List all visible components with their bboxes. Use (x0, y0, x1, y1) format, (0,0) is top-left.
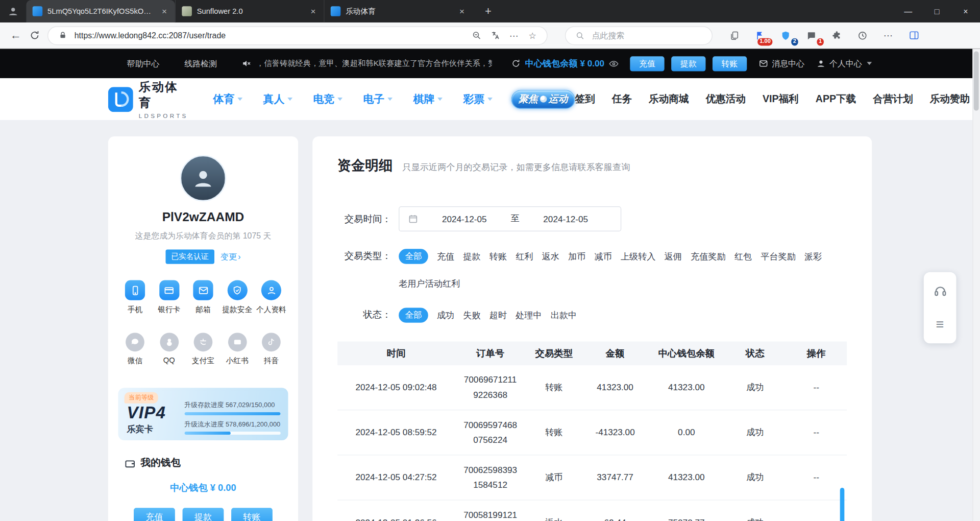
focus-sports-badge[interactable]: 聚焦 运动 (511, 90, 575, 109)
topbar-transfer-button[interactable]: 转账 (713, 56, 747, 71)
status-option[interactable]: 处理中 (516, 309, 542, 322)
refresh-button[interactable] (25, 26, 44, 45)
change-link[interactable]: 变更 › (220, 251, 241, 263)
history-icon[interactable] (854, 27, 871, 43)
search-box[interactable] (565, 26, 713, 45)
type-option[interactable]: 老用户活动红利 (399, 276, 460, 290)
status-option[interactable]: 失败 (463, 309, 480, 322)
bind-item-personal-info[interactable]: 个人资料 (254, 280, 288, 316)
topbar-deposit-button[interactable]: 充值 (630, 56, 664, 71)
personal-center-link[interactable]: 个人中心 (816, 58, 872, 69)
tab-close-icon[interactable]: × (456, 6, 468, 17)
nav-link-tasks[interactable]: 任务 (612, 92, 632, 106)
menu-item-lottery[interactable]: 彩票 (463, 92, 493, 106)
bind-item-bankcard[interactable]: 银行卡 (152, 280, 186, 316)
social-item-wechat[interactable]: 微信 (118, 333, 152, 366)
maximize-button[interactable]: □ (922, 0, 951, 22)
message-center-link[interactable]: 消息中心 (759, 58, 804, 69)
search-input[interactable] (592, 31, 704, 40)
url-text[interactable]: https://www.ledong842.cc:2087/user/trade (75, 31, 464, 40)
page-scrollbar-thumb[interactable] (974, 51, 979, 110)
nav-link-partnership[interactable]: 合营计划 (873, 92, 913, 106)
wallet-refresh-icon[interactable] (511, 59, 521, 68)
vip-level-card[interactable]: 当前等级 VIP4 乐宾卡 升级存款进度 567,029/150,000 升级流… (118, 388, 288, 440)
zoom-out-icon[interactable] (470, 29, 483, 42)
browser-tab-2[interactable]: Sunflower 2.0 × (175, 0, 324, 22)
type-option[interactable]: 平台奖励 (761, 250, 796, 264)
site-logo[interactable]: 乐动体育 LDSPORTS (108, 79, 188, 120)
bind-item-email[interactable]: 邮箱 (186, 280, 220, 316)
browser-menu-icon[interactable]: ⋯ (880, 27, 896, 43)
browser-tab-3[interactable]: 乐动体育 × (324, 0, 472, 22)
type-option[interactable]: 上级转入 (621, 250, 656, 264)
customer-service-icon[interactable] (926, 277, 954, 304)
type-option[interactable]: 加币 (568, 250, 585, 264)
nav-link-mall[interactable]: 乐动商城 (649, 92, 689, 106)
withdraw-button[interactable]: 提款 (183, 508, 224, 521)
copy-page-icon[interactable] (726, 27, 743, 43)
line-check-link[interactable]: 线路检测 (184, 58, 217, 69)
extensions-puzzle-icon[interactable] (829, 27, 845, 43)
nav-link-vip[interactable]: VIP福利 (763, 92, 799, 106)
status-option[interactable]: 出款中 (551, 309, 577, 322)
tab-close-icon[interactable]: × (307, 6, 318, 17)
menu-item-slots[interactable]: 电子 (363, 92, 393, 106)
favorite-star-icon[interactable]: ☆ (526, 29, 540, 42)
translate-icon[interactable] (488, 29, 502, 42)
nav-link-sponsor[interactable]: 乐动赞助 (930, 92, 970, 106)
type-option[interactable]: 返佣 (665, 250, 682, 264)
date-from-value[interactable]: 2024-12-05 (418, 214, 510, 224)
tab-close-icon[interactable]: × (159, 6, 170, 17)
bind-item-withdraw-safety[interactable]: 提款安全 (220, 280, 254, 316)
type-option[interactable]: 返水 (542, 250, 559, 264)
type-option[interactable]: 提款 (463, 250, 480, 264)
bind-item-phone[interactable]: 手机 (118, 280, 152, 316)
close-button[interactable]: × (951, 0, 980, 22)
type-option[interactable]: 转账 (489, 250, 507, 264)
status-option-all[interactable]: 全部 (399, 307, 428, 322)
date-to-value[interactable]: 2024-12-05 (520, 214, 612, 224)
help-center-link[interactable]: 帮助中心 (127, 58, 160, 69)
social-item-douyin[interactable]: 抖音 (254, 333, 288, 366)
type-option[interactable]: 充值 (437, 250, 454, 264)
side-menu-icon[interactable]: ≡ (926, 311, 954, 339)
type-option[interactable]: 减币 (594, 250, 611, 264)
type-option[interactable]: 充值奖励 (691, 250, 726, 264)
browser-tab-1[interactable]: 5LmQ5Yqo5L2T6IKyfOS5kOWKqC × (26, 0, 175, 22)
social-item-alipay[interactable]: 支付宝 (186, 333, 220, 366)
nav-link-app[interactable]: APP下载 (816, 92, 856, 106)
type-option[interactable]: 红利 (516, 250, 533, 264)
nav-link-promos[interactable]: 优惠活动 (706, 92, 746, 106)
back-button[interactable]: ← (6, 26, 25, 45)
social-item-qq[interactable]: QQ (152, 333, 186, 366)
social-item-xiaohongshu[interactable]: 小红书 (220, 333, 254, 366)
type-option[interactable]: 红包 (734, 250, 752, 264)
address-bar[interactable]: https://www.ledong842.cc:2087/user/trade… (47, 26, 548, 45)
table-scrollbar-thumb[interactable] (840, 488, 845, 521)
status-option[interactable]: 超时 (489, 309, 507, 322)
browser-profile-button[interactable] (0, 6, 26, 17)
status-option[interactable]: 成功 (437, 309, 454, 322)
more-site-options-icon[interactable]: ⋯ (507, 29, 521, 42)
deposit-button[interactable]: 充值 (134, 508, 175, 521)
menu-item-cards[interactable]: 棋牌 (413, 92, 443, 106)
wallet-balance-label: 中心钱包余额 ¥ 0.00 (525, 58, 604, 69)
wallet-extension-icon[interactable]: 1.00 (752, 27, 768, 43)
date-range-picker[interactable]: 2024-12-05 至 2024-12-05 (399, 206, 621, 231)
shield-extension-icon[interactable]: 2 (777, 27, 794, 43)
transfer-button[interactable]: 转账 (231, 508, 273, 521)
new-tab-button[interactable]: + (480, 5, 496, 18)
chat-extension-icon[interactable]: 1 (803, 27, 819, 43)
menu-item-sports[interactable]: 体育 (213, 92, 243, 106)
menu-item-live[interactable]: 真人 (263, 92, 293, 106)
sidebar-panel-icon[interactable] (905, 27, 922, 43)
topbar-withdraw-button[interactable]: 提款 (671, 56, 705, 71)
type-option-all[interactable]: 全部 (399, 249, 428, 264)
nav-link-signin[interactable]: 签到 (575, 92, 595, 106)
menu-item-esports[interactable]: 电竞 (313, 92, 343, 106)
type-option[interactable]: 派彩 (804, 250, 822, 264)
eye-icon[interactable] (609, 58, 619, 68)
minimize-button[interactable]: — (894, 0, 922, 22)
page-scrollbar[interactable] (972, 49, 980, 521)
avatar[interactable] (180, 155, 227, 202)
